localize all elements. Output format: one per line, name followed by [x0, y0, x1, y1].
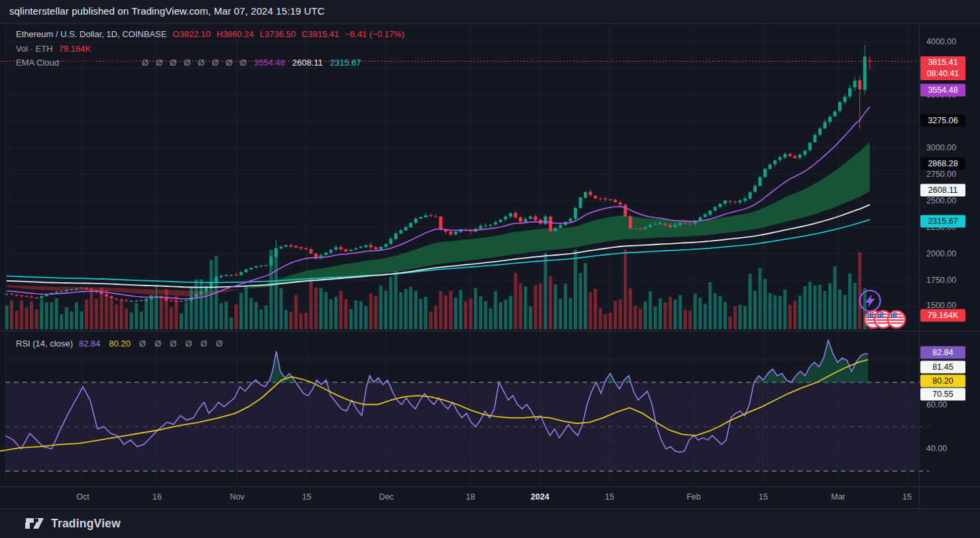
time-tick-mar: Mar [831, 492, 845, 502]
volume-bar [769, 293, 772, 329]
candle-body [773, 160, 777, 164]
time-tick-15: 15 [302, 492, 311, 502]
candle-body [714, 207, 717, 210]
rsi-empty-slot: Ø [170, 339, 176, 349]
price-badge: 2315.67 [920, 215, 965, 228]
candle-body [280, 246, 283, 248]
volume-bar [584, 263, 587, 329]
candle-body [519, 217, 522, 222]
candle-body [429, 215, 433, 216]
candle-body [769, 164, 772, 169]
axis-label: 2000.00 [926, 249, 956, 258]
volume-bar [219, 303, 223, 329]
volume-bar [25, 308, 28, 330]
volume-bar [534, 285, 537, 329]
candle-body [229, 275, 233, 276]
volume-bar [399, 292, 402, 329]
volume-bar [858, 252, 861, 329]
candle-body [789, 154, 792, 156]
ema-empty-slot: Ø [170, 58, 176, 68]
time-tick-nov: Nov [230, 492, 245, 502]
us-flag-icon[interactable] [888, 311, 905, 328]
volume-bar [245, 286, 248, 329]
volume-bar [589, 292, 592, 329]
volume-bar [369, 294, 372, 329]
candle-body [813, 135, 816, 142]
candle-body [125, 300, 128, 301]
candle-body [679, 223, 682, 225]
volume-bar [319, 288, 323, 329]
volume-bar [499, 302, 502, 329]
time-axis[interactable]: Oct16Nov15Dec18202415Feb15Mar15 [0, 487, 980, 509]
ema-empty-slot: Ø [226, 58, 233, 68]
candle-body [35, 297, 38, 298]
volume-bar [299, 313, 303, 329]
rsi-label[interactable]: RSI (14, close) [16, 339, 73, 349]
candle-body [180, 301, 183, 301]
tradingview-logo-icon[interactable] [25, 515, 45, 532]
ema-value: 2315.67 [330, 58, 361, 68]
volume-bar [619, 299, 622, 330]
candle-body [639, 229, 642, 229]
volume-legend[interactable]: Vol · ETH 79.164K [16, 44, 91, 54]
volume-bar [290, 312, 293, 329]
chart-canvas[interactable] [0, 0, 980, 538]
candle-body [379, 246, 382, 249]
volume-bar [684, 309, 687, 329]
ema-empty-slot: Ø [142, 58, 148, 68]
volume-bar [424, 297, 427, 329]
candle-body [609, 199, 612, 200]
volume-bar [50, 302, 53, 329]
ema-cloud-values: 3275.062868.28ØØØØØØØØ3554.482608.112315… [65, 58, 361, 68]
candle-body [185, 300, 188, 301]
volume-label[interactable]: Vol · ETH [16, 44, 53, 54]
volume-bar [688, 311, 692, 329]
rsi-legend[interactable]: RSI (14, close) 82.8480.20ØØØØØØ [16, 339, 223, 349]
volume-bar [379, 286, 382, 329]
volume-bar [759, 268, 762, 330]
candle-body [594, 195, 597, 198]
candle-body [165, 298, 168, 301]
ema-cloud-legend[interactable]: EMA Cloud 3275.062868.28ØØØØØØØØ3554.482… [16, 58, 361, 68]
volume-bar [514, 273, 517, 329]
candle-body [324, 252, 327, 255]
candle-body [624, 205, 627, 217]
rsi-empty-slot: Ø [139, 339, 146, 349]
price-badge: 3815.4108:40:41 [920, 56, 965, 80]
candle-body [619, 203, 622, 205]
volume-bar [250, 298, 253, 329]
symbol-title[interactable]: Ethereum / U.S. Dollar, 1D, COINBASE [16, 29, 167, 40]
volume-bar [698, 297, 702, 329]
volume-bar [844, 295, 847, 329]
price-badge: 82.84 [920, 347, 965, 359]
candle-body [743, 199, 747, 201]
price-badge: 70.55 [920, 388, 965, 401]
volume-bar [574, 250, 577, 329]
candle-body [633, 229, 637, 229]
axis-label: 40.00 [926, 444, 947, 453]
volume-bar [170, 307, 173, 330]
candle-body [424, 215, 427, 217]
volume-bar [579, 273, 582, 329]
volume-bar [504, 300, 508, 330]
candle-body [574, 208, 577, 219]
time-tick-18: 18 [466, 492, 475, 502]
tradingview-logo-text[interactable]: TradingView [51, 517, 121, 531]
volume-bar [329, 299, 333, 329]
volume-bar [639, 309, 642, 329]
volume-bar [199, 279, 203, 329]
rsi-empty-slot: Ø [185, 339, 191, 349]
price-axis[interactable]: 4000.003500.003000.002750.002500.002250.… [920, 24, 980, 509]
candle-body [499, 220, 502, 223]
candle-body [484, 225, 487, 226]
candle-body [60, 291, 63, 292]
volume-bar [594, 289, 597, 329]
volume-bar [708, 282, 712, 329]
symbol-legend[interactable]: Ethereum / U.S. Dollar, 1D, COINBASE O38… [16, 29, 404, 40]
volume-bar [294, 295, 298, 329]
volume-bar [798, 296, 802, 329]
candle-body [489, 225, 492, 226]
candle-body [669, 225, 672, 227]
ema-cloud-label[interactable]: EMA Cloud [16, 58, 59, 68]
candle-body [364, 245, 368, 247]
